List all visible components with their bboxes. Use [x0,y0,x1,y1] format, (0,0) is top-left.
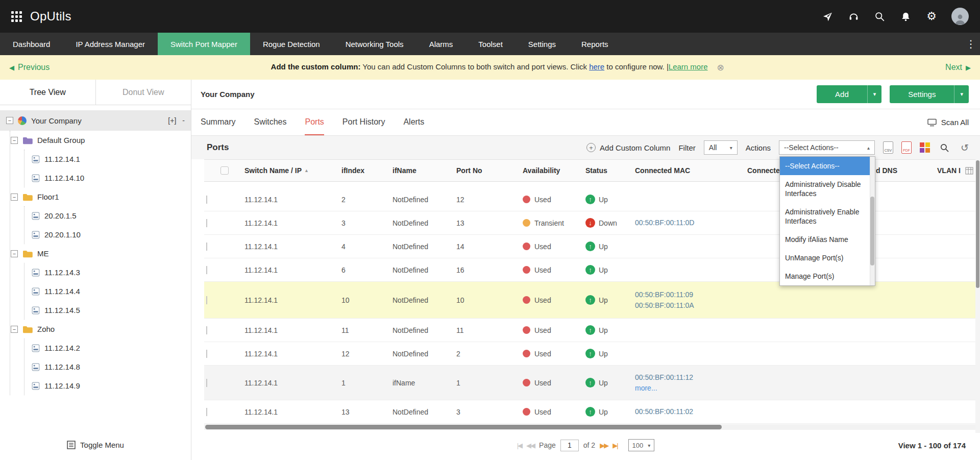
tree-group-me[interactable]: − ME [6,244,191,263]
tree-switch-item[interactable]: 11.12.14.1 [24,150,191,168]
col-availability[interactable]: Availability [521,166,583,175]
row-checkbox[interactable] [206,196,207,204]
tab-alerts[interactable]: Alerts [403,109,424,135]
apps-grid-icon[interactable] [11,11,22,22]
user-avatar[interactable] [951,8,969,25]
collapse-expander-icon[interactable]: − [11,193,18,201]
row-checkbox[interactable] [206,243,207,251]
tree-switch-item[interactable]: 11.12.14.5 [24,301,191,320]
first-page-button[interactable]: |◀ [517,442,522,449]
menu-item-modify-ifalias[interactable]: Modify ifAlias Name [780,230,875,249]
tree-group-zoho[interactable]: − Zoho [6,320,191,338]
collapse-expander-icon[interactable]: − [6,117,13,124]
next-button[interactable]: Next ▶ [945,63,971,72]
nav-item-networking-tools[interactable]: Networking Tools [333,33,416,55]
learn-more-link[interactable]: Learn more [669,62,708,71]
nav-item-dashboard[interactable]: Dashboard [0,33,63,55]
settings-button[interactable]: Settings ▾ [890,85,969,103]
row-checkbox[interactable] [206,266,207,274]
nav-item-alarms[interactable]: Alarms [416,33,466,55]
tree-switch-item[interactable]: 11.12.14.3 [24,263,191,282]
menu-item-select-actions[interactable]: --Select Actions-- [780,157,875,175]
page-size-select[interactable]: 100 ▾ [628,439,655,451]
tree-switch-item[interactable]: 20.20.1.10 [24,225,191,244]
menu-item-admin-enable[interactable]: Administratively Enable Interfaces [780,203,875,230]
col-status[interactable]: Status [583,166,633,175]
menu-item-manage-ports[interactable]: Manage Port(s) [780,267,875,285]
add-caret-icon[interactable]: ▾ [867,85,882,103]
export-pdf-icon[interactable]: PDF [901,141,912,154]
dropdown-scrollbar[interactable] [870,157,875,285]
more-link[interactable]: more... [635,383,745,394]
dismiss-banner-icon[interactable]: ⊗ [717,62,724,73]
sort-asc-icon[interactable]: ▲ [304,168,309,173]
row-checkbox[interactable] [206,326,207,334]
tab-switches[interactable]: Switches [254,109,286,135]
tree-group-default-group[interactable]: − Default Group [6,131,191,150]
toggle-menu-button[interactable]: Toggle Menu [0,429,191,460]
horizontal-scrollbar[interactable] [204,424,975,430]
row-checkbox[interactable] [206,219,207,227]
row-checkbox[interactable] [206,296,207,304]
last-page-button[interactable]: ▶| [612,442,617,449]
tree-switch-item[interactable]: 11.12.14.2 [24,338,191,357]
add-group-control[interactable]: [+] [168,116,176,125]
tree-switch-item[interactable]: 11.12.14.10 [24,168,191,187]
nav-item-ip-address-manager[interactable]: IP Address Manager [63,33,158,55]
nav-overflow-icon[interactable]: ⋮ [966,33,976,55]
vertical-scrollbar[interactable] [975,159,980,433]
row-checkbox[interactable] [206,408,207,416]
col-port-no[interactable]: Port No [454,166,521,175]
refresh-icon[interactable]: ↺ [959,141,971,154]
nav-item-switch-port-mapper[interactable]: Switch Port Mapper [158,33,250,55]
search-icon[interactable] [873,10,886,22]
app-logo[interactable]: OpUtils [30,9,71,23]
table-search-icon[interactable] [938,141,950,154]
col-connected-mac[interactable]: Connected MAC [633,166,745,175]
collapse-control[interactable]: - [182,116,185,125]
tree-group-floor1[interactable]: − Floor1 [6,187,191,206]
notifications-icon[interactable] [899,10,912,22]
col-ifindex[interactable]: ifIndex [339,166,390,175]
nav-item-toolset[interactable]: Toolset [465,33,516,55]
configure-here-link[interactable]: here [589,62,604,71]
send-icon[interactable] [821,10,834,22]
support-icon[interactable] [847,10,860,22]
previous-button[interactable]: ◀ Previous [9,63,50,72]
add-custom-column-button[interactable]: + Add Custom Column [586,143,670,152]
collapse-expander-icon[interactable]: − [11,137,18,144]
row-checkbox[interactable] [206,379,207,387]
collapse-expander-icon[interactable]: − [11,250,18,257]
tab-ports[interactable]: Ports [305,109,324,135]
tree-switch-item[interactable]: 20.20.1.5 [24,206,191,225]
tree-switch-item[interactable]: 11.12.14.9 [24,376,191,395]
settings-caret-icon[interactable]: ▾ [954,85,969,103]
col-ifname[interactable]: ifName [390,166,454,175]
tab-tree-view[interactable]: Tree View [0,80,95,105]
column-chooser-icon[interactable] [965,167,973,176]
filter-select[interactable]: All ▾ [704,140,738,155]
actions-select[interactable]: --Select Actions-- ▴ --Select Actions-- … [779,140,875,155]
export-csv-icon[interactable]: CSV [883,141,893,154]
row-checkbox[interactable] [206,350,207,358]
nav-item-rogue-detection[interactable]: Rogue Detection [250,33,333,55]
prev-page-button[interactable]: ◀◀ [526,442,534,449]
add-button[interactable]: Add ▾ [817,85,881,103]
tree-root-your-company[interactable]: − Your Company [+] - [0,110,191,131]
collapse-expander-icon[interactable]: − [11,326,18,333]
scan-all-button[interactable]: Scan All [927,109,969,135]
tree-switch-item[interactable]: 11.12.14.8 [24,357,191,376]
tab-summary[interactable]: Summary [201,109,235,135]
horizontal-scrollbar-thumb[interactable] [205,425,722,429]
next-page-button[interactable]: ▶▶ [600,442,608,449]
menu-item-unmanage-ports[interactable]: UnManage Port(s) [780,249,875,267]
select-all-checkbox[interactable] [220,166,229,175]
page-number-input[interactable] [560,440,579,451]
nav-item-reports[interactable]: Reports [569,33,621,55]
col-switch-name-ip[interactable]: Switch Name / IP▲ [242,166,339,175]
tab-port-history[interactable]: Port History [342,109,385,135]
vertical-scrollbar-thumb[interactable] [976,160,979,288]
col-connected-dns[interactable]: d DNS [874,166,935,175]
menu-item-admin-disable[interactable]: Administratively Disable Interfaces [780,175,875,203]
nav-item-settings[interactable]: Settings [516,33,569,55]
